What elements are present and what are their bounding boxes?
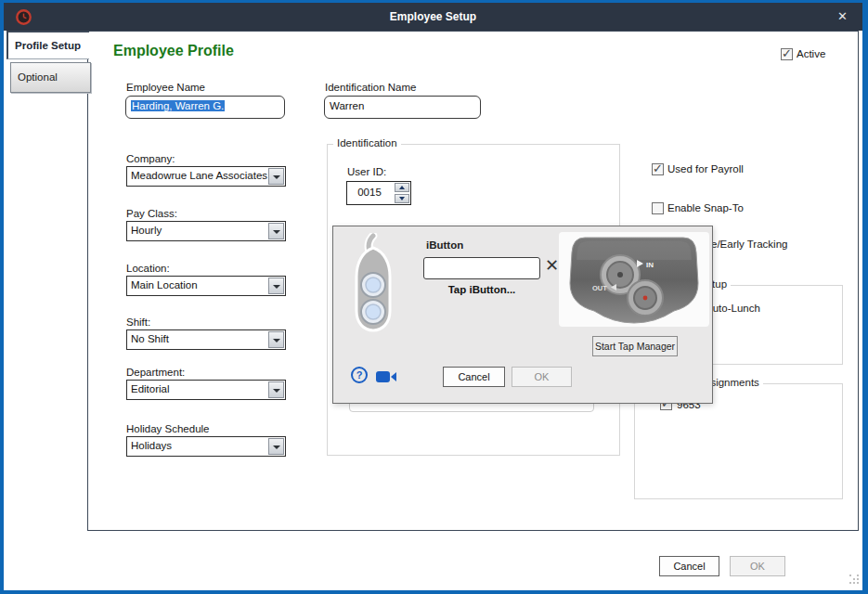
identification-name-value: Warren [330,100,364,111]
pay-class-label: Pay Class: [126,208,286,219]
pay-class-dropdown-group: Pay Class: Hourly [126,208,286,241]
close-icon[interactable]: ✕ [837,3,848,31]
location-label: Location: [126,263,286,274]
out-label: OUT [592,284,607,292]
company-select[interactable]: Meadowrue Lane Associates [126,166,286,187]
dialog-cancel-button[interactable]: Cancel [443,367,505,387]
department-value: Editorial [131,381,170,398]
chevron-down-icon[interactable] [268,381,284,398]
used-for-payroll-label: Used for Payroll [667,163,744,174]
selected-text: Harding, Warren G. [131,100,225,111]
chevron-down-icon[interactable] [268,278,284,294]
pay-class-value: Hourly [131,222,162,239]
enable-snap-to-label: Enable Snap-To [667,202,744,213]
spinner-down-icon[interactable] [395,194,409,203]
shift-dropdown-group: Shift: No Shift [126,316,286,350]
department-dropdown-group: Department: Editorial [126,367,286,400]
identification-legend: Identification [333,137,401,148]
active-checkbox[interactable] [781,48,793,60]
title-bar: Employee Setup ✕ [4,3,862,31]
company-label: Company: [126,153,286,164]
ibutton-dialog-title: iButton [426,239,463,251]
identification-name-label: Identification Name [325,82,416,93]
help-icon[interactable] [351,367,368,383]
tab-profile-setup[interactable]: Profile Setup [6,31,89,59]
chevron-down-icon[interactable] [268,168,284,185]
employee-name-label: Employee Name [126,82,205,93]
page-title: Employee Profile [113,43,234,59]
active-label: Active [797,48,825,59]
department-label: Department: [126,367,286,378]
location-value: Main Location [131,277,198,294]
tap-reader-image: IN OUT [559,232,709,327]
enable-snap-to-checkbox[interactable] [652,202,664,214]
spinner-buttons [395,183,409,203]
chevron-down-icon[interactable] [268,331,284,348]
holiday-schedule-dropdown-group: Holiday Schedule Holidays [126,423,286,457]
chevron-down-icon[interactable] [268,223,284,239]
in-label: IN [646,261,654,269]
ibutton-input[interactable] [423,257,540,279]
clear-x-icon[interactable]: ✕ [545,255,559,276]
holiday-schedule-select[interactable]: Holidays [126,436,286,457]
tab-optional[interactable]: Optional [10,62,91,93]
pay-class-select[interactable]: Hourly [126,221,286,241]
user-id-label: User ID: [347,166,386,177]
holiday-schedule-value: Holidays [131,437,172,455]
used-for-payroll-checkbox[interactable] [652,163,664,175]
employee-name-input[interactable]: Harding, Warren G. [125,96,285,119]
cancel-button[interactable]: Cancel [659,556,719,576]
shift-value: No Shift [131,330,169,348]
user-id-value: 0015 [347,182,392,203]
location-select[interactable]: Main Location [126,276,286,296]
shift-label: Shift: [126,316,286,328]
location-dropdown-group: Location: Main Location [126,263,286,296]
ibutton-fob-image [344,233,402,333]
chevron-down-icon[interactable] [268,438,284,455]
holiday-schedule-label: Holiday Schedule [126,423,286,434]
tap-ibutton-prompt: Tap iButton... [417,284,547,295]
user-id-spinner[interactable]: 0015 [346,181,411,205]
resize-grip[interactable] [849,574,860,585]
department-select[interactable]: Editorial [126,380,286,400]
ibutton-dialog: iButton ✕ Tap iButton... IN [332,226,713,404]
company-value: Meadowrue Lane Associates [131,167,267,185]
window-title: Employee Setup [4,3,862,31]
dialog-ok-button[interactable]: OK [512,367,572,387]
company-dropdown-group: Company: Meadowrue Lane Associates [126,153,286,187]
video-camera-icon[interactable] [375,369,397,384]
start-tap-manager-button[interactable]: Start Tap Manager [592,336,678,356]
identification-name-input[interactable]: Warren [324,96,481,119]
spinner-up-icon[interactable] [395,183,409,192]
reader-photo-frame: IN OUT [559,232,709,327]
ok-button[interactable]: OK [730,556,785,576]
auto-lunch-label: Auto-Lunch [706,303,760,314]
employee-setup-window: Employee Setup ✕ Profile Setup Optional … [0,0,868,594]
shift-select[interactable]: No Shift [126,329,286,350]
